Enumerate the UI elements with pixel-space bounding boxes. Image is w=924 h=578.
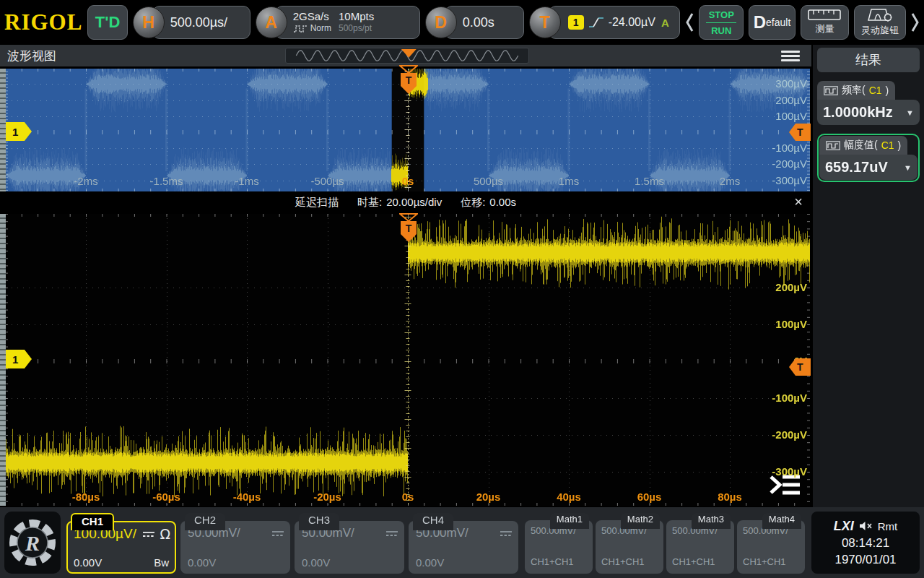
results-header[interactable]: 结果 [817,48,920,72]
delay-knob[interactable]: D [425,7,457,38]
channel-tab: CH3 [299,513,339,530]
channel-card-ch3[interactable]: CH350.00mV/0.00V [295,513,404,574]
x-tick-label: -80µs [72,491,100,503]
remote-label: Rmt [878,520,898,532]
trigger-group: T 1 -24.00µV A [529,6,680,39]
measurement-name: 幅度值( [844,139,878,152]
channel-offset-row: 0.00V [416,556,511,569]
measurement-source: C1 [881,139,894,151]
channel-icons [500,530,513,538]
y-tick-label: 200µV [775,94,807,106]
horizontal-knob[interactable]: H [133,7,165,38]
timebase-value: 20.00µs/div [386,196,442,210]
math-card-math4[interactable]: Math4500.00mV/CH1+CH1 [737,513,805,574]
delay-sweep-title: 延迟扫描 [295,196,339,210]
x-tick-label: -1.5ms [150,175,183,187]
acquisition-box[interactable]: 2GSa/s Norm 10Mpts 500ps/pt [275,6,420,39]
dropdown-caret-icon[interactable]: ▼ [906,108,914,117]
toolbar-scroll-left-button[interactable] [685,8,694,37]
square-wave-icon [293,25,308,33]
math-card-math1[interactable]: Math1500.00mV/CH1+CH1 [525,513,593,574]
lxi-label: LXI [834,519,854,534]
channel-card-ch1[interactable]: CH1100.00µV/Ω0.00VBw [66,513,176,574]
x-tick-label: -500µs [310,175,344,187]
measurement-value: 1.0000kHz [823,104,893,121]
stop-run-divider [706,22,736,23]
default-label: efault [766,17,790,28]
x-tick-label: 2ms [720,175,740,187]
math-expression: CH1+CH1 [601,556,645,567]
math-tab: Math4 [762,513,801,529]
acquisition-knob[interactable]: A [256,7,287,38]
channel-card-ch2[interactable]: CH250.00mV/0.00V [180,513,290,574]
memory-depth-value: 10Mpts [339,11,374,22]
x-tick-label: 0s [402,491,414,503]
quick-knob-icon [867,9,893,22]
y-tick-label: -100µV [772,392,807,404]
trigger-status-button[interactable]: T'D [87,5,127,40]
channel-tab: CH4 [413,513,453,530]
trigger-window-triangle-icon[interactable] [399,213,418,222]
math-tab: Math1 [550,513,589,529]
channel-offset-value: 0.00V [74,556,102,569]
channel-status-bar: R CH1100.00µV/Ω0.00VBwCH250.00mV/0.00VCH… [0,507,924,578]
menu-hamburger-icon[interactable] [781,51,800,64]
default-button[interactable]: Default [749,5,795,40]
impedance-label: Ω [160,526,170,542]
x-tick-label: 40µs [557,491,581,503]
stop-label: STOP [709,9,734,20]
x-tick-label: 500µs [474,175,503,187]
acquire-mode-value: Norm [310,22,331,34]
waveform-view-header: 波形视图 [0,45,811,66]
math-expression: CH1+CH1 [531,556,574,567]
horizontal-scale-box[interactable]: 500.00µs/ [152,6,250,39]
y-tick-label: -300µV [772,174,807,186]
close-zoom-button[interactable]: × [794,194,803,210]
trigger-window-triangle-icon[interactable] [399,65,418,74]
measurement-card-2[interactable]: 幅度值(C1)659.17uV▼ [817,134,920,182]
measurement-name-paren: ) [898,139,902,151]
channel-icons: Ω [142,526,170,542]
rising-slope-icon [588,16,604,29]
dc-coupling-icon [142,530,155,538]
dc-coupling-icon [500,530,513,538]
zoom-waveform-view: T 1 T -80µs-60µs-40µs-20µs0s20µs40µs60µs… [0,214,811,507]
zoom-waveform-canvas[interactable] [6,214,810,506]
quick-knob-button[interactable]: 灵动旋钮 [854,5,905,40]
rigol-logo: RIGOL [4,9,82,35]
channel-offset-value: 0.00V [188,556,216,569]
channel-card-ch4[interactable]: CH450.00mV/0.00V [409,513,518,574]
math-expression: CH1+CH1 [743,556,786,567]
x-tick-label: -60µs [152,491,180,503]
trigger-box[interactable]: 1 -24.00µV A [549,6,680,39]
toolbar-scroll-right-button[interactable] [911,8,920,37]
trigger-knob[interactable]: T [529,7,561,38]
measurement-tab: 幅度值(C1) [819,136,907,155]
dc-coupling-icon [385,530,398,538]
math-card-math2[interactable]: Math2500.00mV/CH1+CH1 [596,513,663,574]
horizontal-scale-value: 500.00µs/ [170,15,227,30]
measurement-value: 659.17uV [825,159,888,176]
x-tick-label: 60µs [637,491,662,503]
dropdown-caret-icon[interactable]: ▼ [904,163,912,172]
y-tick-label: -100µV [772,142,807,154]
rigol-gear-logo-button[interactable]: R [4,512,61,574]
system-status-card[interactable]: LXI Rmt 08:14:21 1970/01/01 [811,512,920,574]
trigger-source-badge: 1 [568,15,584,30]
math-card-math3[interactable]: Math3500.00mV/CH1+CH1 [666,513,734,574]
gear-logo-icon: R [7,516,58,569]
ruler-icon [808,9,841,20]
measure-button[interactable]: 测量 [801,5,850,40]
trigger-position-indicator-icon[interactable] [401,49,417,58]
channel-offset-value: 0.00V [302,556,330,569]
measurement-card-1[interactable]: 频率(C1)1.0000kHz▼ [817,81,920,125]
stop-run-button[interactable]: STOP RUN [699,5,744,40]
channel-icons [271,530,284,538]
measurement-tab: 频率(C1) [817,81,895,100]
oscilloscope-screen: RIGOL T'D H 500.00µs/ A 2GSa/s Norm 10Mp… [0,0,924,578]
measure-label: 测量 [815,22,834,35]
trigger-sweep-mode: A [661,17,669,29]
sample-rate-value: 2GSa/s [293,11,331,22]
timebase-overview-strip[interactable] [285,48,529,64]
channel-offset-row: 0.00V [302,556,397,569]
